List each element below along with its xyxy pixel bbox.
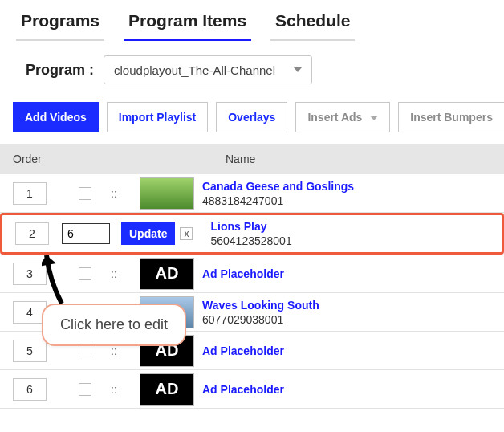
name-cell: Waves Looking South 6077029038001 — [202, 299, 319, 326]
tab-label: Programs — [21, 11, 100, 30]
row-checkbox[interactable] — [79, 187, 91, 200]
order-value[interactable]: 1 — [13, 182, 47, 205]
tab-label: Program Items — [128, 11, 246, 30]
tab-schedule[interactable]: Schedule — [270, 6, 355, 41]
ad-thumbnail[interactable]: AD — [140, 258, 194, 290]
drag-handle-icon[interactable]: :: — [111, 383, 125, 396]
name-cell: Ad Placeholder — [202, 383, 284, 396]
name-cell: Ad Placeholder — [202, 344, 284, 357]
import-playlist-button[interactable]: Import Playlist — [107, 102, 208, 132]
tab-label: Schedule — [275, 11, 350, 30]
item-title[interactable]: Waves Looking South — [202, 299, 319, 312]
tab-underline — [16, 39, 104, 41]
close-icon[interactable]: x — [180, 227, 193, 240]
order-edit-input[interactable] — [62, 223, 110, 244]
tab-programs[interactable]: Programs — [16, 6, 104, 41]
table-header: Order Name — [0, 144, 504, 174]
program-select[interactable]: cloudplayout_The-All-Channel — [104, 55, 312, 84]
col-order-header: Order — [13, 153, 226, 165]
table-row: 1 :: Canada Geese and Goslings 488318424… — [0, 174, 504, 213]
col-name-header: Name — [226, 153, 491, 165]
name-cell: Lions Play 5604123528001 — [210, 220, 291, 247]
item-id: 5604123528001 — [210, 234, 291, 247]
name-cell: Ad Placeholder — [202, 267, 284, 280]
ad-thumbnail[interactable]: AD — [140, 373, 194, 406]
thumbnail[interactable] — [140, 177, 194, 210]
program-select-value: cloudplayout_The-All-Channel — [114, 63, 275, 77]
overlays-button[interactable]: Overlays — [216, 102, 287, 132]
program-label: Program : — [26, 62, 94, 79]
item-id: 6077029038001 — [202, 313, 319, 326]
insert-bumpers-button[interactable]: Insert Bumpers — [398, 102, 504, 132]
add-videos-button[interactable]: Add Videos — [13, 102, 99, 132]
order-value[interactable]: 6 — [13, 378, 47, 401]
item-title[interactable]: Lions Play — [210, 220, 291, 233]
tab-underline — [270, 39, 355, 41]
chevron-down-icon — [370, 116, 378, 120]
callout-text: Click here to edit — [60, 316, 168, 332]
row-checkbox[interactable] — [79, 383, 91, 396]
item-title[interactable]: Canada Geese and Goslings — [202, 180, 354, 193]
item-title[interactable]: Ad Placeholder — [202, 344, 284, 357]
item-title[interactable]: Ad Placeholder — [202, 267, 284, 280]
name-cell: Canada Geese and Goslings 4883184247001 — [202, 180, 354, 207]
table-row: 6 :: AD Ad Placeholder — [0, 370, 504, 409]
insert-ads-button[interactable]: Insert Ads — [295, 102, 390, 132]
chevron-down-icon — [294, 67, 302, 72]
order-value[interactable]: 2 — [15, 222, 49, 245]
annotation-callout: Click here to edit — [42, 304, 186, 346]
annotation-arrow-icon — [42, 249, 82, 305]
tab-program-items[interactable]: Program Items — [124, 6, 251, 41]
order-value[interactable]: 5 — [13, 340, 47, 362]
item-title[interactable]: Ad Placeholder — [202, 383, 284, 396]
item-id: 4883184247001 — [202, 194, 354, 207]
update-button[interactable]: Update — [121, 222, 175, 245]
insert-ads-label: Insert Ads — [307, 111, 362, 124]
drag-handle-icon[interactable]: :: — [111, 187, 125, 200]
drag-handle-icon[interactable]: :: — [111, 267, 125, 280]
